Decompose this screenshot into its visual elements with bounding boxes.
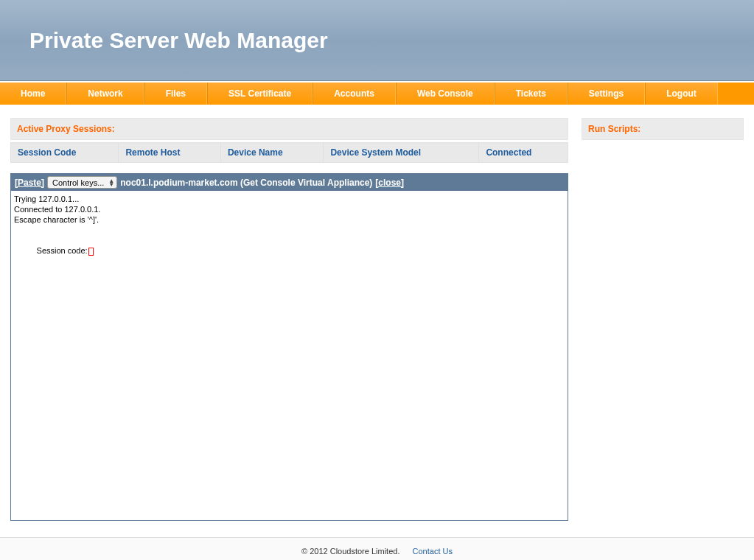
contact-us-link[interactable]: Contact Us	[413, 547, 453, 556]
nav-files[interactable]: Files	[144, 83, 207, 105]
run-scripts-header: Run Scripts:	[582, 118, 744, 140]
console-line: Trying 127.0.0.1...	[14, 194, 565, 204]
close-button[interactable]: [close]	[375, 178, 404, 188]
nav-logout[interactable]: Logout	[645, 83, 718, 105]
main-nav: Home Network Files SSL Certificate Accou…	[0, 82, 754, 105]
nav-home[interactable]: Home	[0, 83, 66, 105]
console-box: [Paste] Control keys... ▲▼ noc01.l.podiu…	[10, 173, 568, 521]
console-line: Connected to 127.0.0.1.	[14, 204, 565, 214]
paste-button[interactable]: [Paste]	[15, 178, 44, 188]
session-code-label: Session code:	[37, 246, 88, 255]
nav-tickets[interactable]: Tickets	[495, 83, 568, 105]
nav-web-console[interactable]: Web Console	[396, 83, 495, 105]
col-device-system-model: Device System Model	[324, 143, 479, 163]
select-arrows-icon: ▲▼	[108, 179, 114, 186]
col-device-name: Device Name	[220, 143, 324, 163]
table-header-row: Session Code Remote Host Device Name Dev…	[11, 143, 568, 163]
nav-accounts[interactable]: Accounts	[313, 83, 396, 105]
nav-network[interactable]: Network	[66, 83, 144, 105]
console-session-code-line: Session code:	[14, 235, 565, 266]
console-host: noc01.l.podium-market.com (Get Console V…	[120, 178, 372, 188]
col-remote-host: Remote Host	[119, 143, 220, 163]
right-column: Run Scripts:	[582, 118, 744, 521]
header-banner: Private Server Web Manager	[0, 0, 754, 81]
console-line: Escape character is '^]'.	[14, 214, 565, 225]
nav-ssl-certificate[interactable]: SSL Certificate	[207, 83, 313, 105]
active-sessions-header: Active Proxy Sessions:	[10, 118, 568, 140]
control-keys-select[interactable]: Control keys... ▲▼	[47, 176, 117, 189]
page-title: Private Server Web Manager	[29, 28, 328, 53]
col-connected: Connected	[479, 143, 568, 163]
footer: © 2012 Cloudstore Limited. Contact Us	[0, 537, 754, 560]
col-session-code: Session Code	[11, 143, 119, 163]
copyright: © 2012 Cloudstore Limited.	[301, 547, 399, 556]
console-titlebar: [Paste] Control keys... ▲▼ noc01.l.podiu…	[11, 174, 568, 191]
main-content: Active Proxy Sessions: Session Code Remo…	[0, 105, 754, 521]
nav-settings[interactable]: Settings	[568, 83, 645, 105]
left-column: Active Proxy Sessions: Session Code Remo…	[10, 118, 568, 521]
console-body[interactable]: Trying 127.0.0.1... Connected to 127.0.0…	[11, 191, 568, 520]
select-label: Control keys...	[52, 178, 104, 187]
sessions-table: Session Code Remote Host Device Name Dev…	[10, 142, 568, 163]
cursor-icon	[88, 248, 94, 256]
